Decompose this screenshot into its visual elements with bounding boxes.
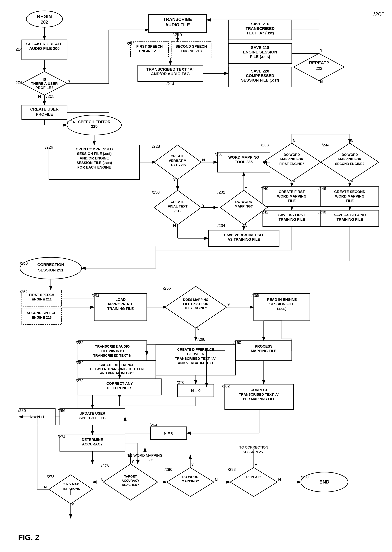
save-218-label1: SAVE 218: [251, 45, 269, 50]
do-word-label2: MAPPING?: [235, 204, 253, 208]
do-word2-label1: DO WORD: [182, 475, 198, 479]
num-266: /266: [58, 408, 65, 413]
open-comp-label3: AND/OR ENGINE: [80, 156, 109, 160]
n-do-word-second: N: [351, 138, 354, 143]
save-216-label1: SAVE 216: [251, 22, 269, 26]
flowchart-svg: /200 BEGIN 202 SPEAKER CREATE AUDIO FILE…: [0, 0, 392, 552]
second-speech2-label1: SECOND SPEECH: [27, 311, 57, 315]
num-264: /264: [149, 423, 157, 427]
y-do-word2: Y: [191, 463, 194, 467]
second-speech-label2: ENGINE 213: [181, 49, 202, 53]
user-profile-label1: IS: [43, 77, 46, 81]
num-258: /258: [252, 293, 259, 298]
y-create-verbatim: Y: [173, 178, 176, 182]
create-verb-label3: TEXT 229?: [169, 163, 186, 167]
save-220-label2: COMPRESSED: [246, 73, 274, 78]
n-mapping-exist: N: [197, 327, 200, 331]
save-216-label3: TEXT "A" (.txt): [246, 31, 274, 35]
do-word-first-label2: MAPPING FOR: [280, 157, 303, 161]
num-276: /276: [101, 464, 109, 468]
trans-audio2-label3: TRANSCRIBED TEXT N: [93, 354, 131, 357]
num-268: /268: [197, 337, 205, 342]
create-verb-label2: VERBATIM: [169, 159, 187, 162]
do-word-first-label3: FIRST ENGINE?: [279, 162, 304, 166]
num-232: /232: [217, 190, 225, 195]
num-240: /240: [261, 186, 268, 191]
num-288: /288: [228, 467, 236, 472]
n-repeat1: N: [320, 79, 323, 84]
n-max-label1: IS N > MAX: [63, 482, 79, 486]
correct-trans-label3: PER MAPPING FILE: [243, 397, 275, 401]
num-290: /290: [301, 475, 309, 479]
to-word-mapping-label2: TOOL 235: [137, 458, 153, 462]
trans-audio2-label1: TRANSCRIBE AUDIO: [95, 344, 130, 348]
n-target-acc: N: [101, 477, 104, 482]
create-user-label2: PROFILE: [36, 112, 53, 117]
repeat2-diamond: [230, 468, 277, 496]
create-diff-a-label3: TRANSCRIBED TEXT "A": [175, 357, 216, 360]
correct-diff-label1: CORRECT ANY: [106, 381, 133, 385]
correction-label2: SESSION 251: [38, 268, 64, 272]
read-engine-label3: (.ses): [277, 307, 287, 311]
correct-trans-label2: TRANSCRIBED TEXT"A": [239, 392, 280, 396]
first-speech-label1: FIRST SPEECH: [136, 44, 163, 48]
num-246: /246: [318, 186, 326, 191]
open-comp-label2: SESSION FILE (.csf): [77, 152, 112, 156]
correction-label1: CORRECTION: [37, 262, 64, 267]
n-do-word: N: [245, 223, 248, 228]
det-acc-label2: ACCURACY: [82, 442, 103, 446]
y-do-word-first: Y: [293, 179, 295, 184]
num-260: /260: [233, 340, 241, 345]
target-acc-label3: REACHED?: [122, 483, 139, 487]
n-equals-0-label: N = 0: [191, 388, 200, 393]
num-252: /252: [20, 290, 28, 294]
create-final-label1: CREATE: [171, 200, 185, 204]
target-acc-label1: TARGET: [124, 475, 137, 478]
num-262: /262: [222, 384, 230, 388]
user-profile-label2: THERE A USER: [31, 82, 58, 85]
correct-trans-label1: CORRECT: [251, 388, 268, 392]
y-repeat2: Y: [255, 463, 257, 467]
create-diff-n-label3: AND VERBATIM TEXT: [100, 371, 134, 375]
y-target-acc: Y: [131, 459, 134, 464]
first-speech2-label1: FIRST SPEECH: [29, 293, 54, 297]
num-280: /280: [18, 408, 26, 413]
correct-diff-label2: DIFFERENCES: [107, 386, 132, 390]
n-final-text: N: [173, 223, 176, 228]
num-208: /208: [46, 94, 55, 99]
save-verbatim-label1: SAVE VERBATIM TEXT: [224, 233, 264, 237]
num-286: /286: [165, 467, 172, 472]
save-second-label2: TRAINING FILE: [336, 217, 363, 222]
speech-editor-label1: SPEECH EDITOR: [78, 120, 110, 124]
n-do-word2: N: [215, 477, 218, 482]
num-234: /234: [217, 223, 225, 228]
mapping-exist-label2: FILE EXIST FOR: [183, 302, 208, 306]
trans-text-label1: TRANSCRIBED TEXT "A": [146, 67, 194, 72]
n-label-profile: N: [38, 94, 41, 99]
transcribe-label1: TRANSCRIBE: [163, 17, 192, 22]
to-word-mapping-label: TO WORD MAPPING: [127, 454, 162, 457]
num-230: /230: [152, 190, 160, 195]
num-226: /226: [45, 145, 53, 149]
create-second-word-label1: CREATE SECOND: [334, 190, 365, 194]
create-second-word-label3: FILE: [346, 199, 354, 203]
word-map-label1: WORD MAPPING: [228, 155, 259, 159]
update-speech-label2: SPEECH FILES: [79, 416, 105, 420]
open-comp-label1: OPEN COMPRESSED: [76, 147, 113, 151]
num-238: /238: [261, 143, 269, 147]
create-first-word-label2: WORD MAPPING: [277, 194, 307, 198]
save-verbatim-label2: AS TRAINING FILE: [228, 238, 260, 241]
num-214: /214: [167, 82, 174, 86]
det-acc-label1: DETERMINE: [82, 438, 103, 442]
fig2-label: FIG. 2: [18, 533, 39, 542]
process-map-label1: PROCESS: [255, 344, 273, 348]
user-profile-label3: PROFILE?: [35, 86, 53, 90]
second-speech2-label2: ENGINE 213: [32, 315, 52, 319]
save-218-label2: ENGINE SESSION: [243, 50, 277, 54]
trans-text-label2: AND/OR AUDIO TAG: [151, 72, 190, 76]
begin-label: BEGIN: [37, 14, 52, 19]
num-254: /254: [91, 293, 99, 298]
create-final-label2: FINAL TEXT: [168, 204, 188, 208]
read-engine-label1: READ IN ENGINE: [267, 298, 297, 301]
first-speech-label2: ENGINE 211: [139, 49, 160, 53]
